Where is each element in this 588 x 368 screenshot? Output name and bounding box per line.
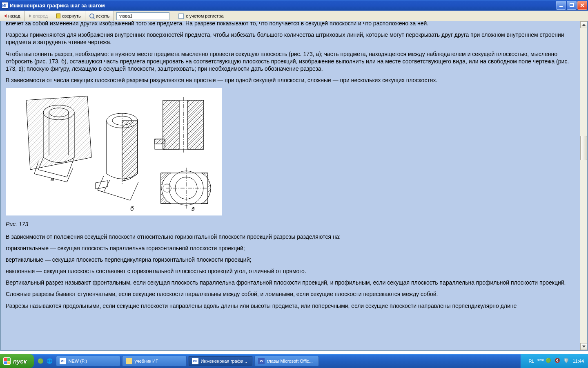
windows-logo-icon: [3, 357, 11, 365]
toolbar: назад вперед свернуть искать с учетом ре…: [0, 11, 588, 21]
taskbar-task[interactable]: ИГNEW (F:): [56, 356, 120, 366]
document-page: влечет за собой изменения других изображ…: [1, 21, 580, 350]
close-button[interactable]: [577, 1, 587, 10]
paragraph: Чтобы выполнить разрез, необходимо: в ну…: [6, 50, 575, 73]
system-tray: RL nero 🟢 🔇 🛡️ 11:44: [521, 354, 588, 368]
scroll-thumb[interactable]: [580, 136, 587, 160]
paragraph: влечет за собой изменения других изображ…: [6, 21, 575, 27]
task-icon: ИГ: [192, 358, 198, 364]
figure-label-b: б: [130, 205, 134, 212]
paragraph: В зависимости от положения секущей плоск…: [6, 233, 575, 240]
search-input[interactable]: [116, 12, 169, 20]
task-label: Инжененрная графи...: [200, 359, 247, 364]
figure-label-a: а: [51, 175, 54, 182]
maximize-button[interactable]: [567, 1, 577, 10]
svg-rect-0: [559, 6, 563, 7]
forward-button[interactable]: вперед: [25, 11, 52, 21]
case-sensitive-checkbox[interactable]: с учетом регистра: [178, 11, 223, 21]
quick-launch: 🟢 🌐: [36, 356, 53, 366]
search-label: искать: [96, 13, 109, 18]
back-label: назад: [8, 13, 20, 18]
taskbar-task[interactable]: ИГИнжененрная графи...: [188, 356, 253, 366]
taskbar: пуск 🟢 🌐 ИГNEW (F:)учебник ИГИГИнжененрн…: [0, 354, 588, 368]
task-label: главы Microsoft Offic...: [267, 359, 312, 364]
start-button[interactable]: пуск: [0, 354, 34, 368]
taskbar-task[interactable]: Wглавы Microsoft Offic...: [254, 356, 319, 366]
forward-label: вперед: [33, 13, 48, 18]
paragraph: Сложные разрезы бывают ступенчатыми, есл…: [6, 290, 575, 298]
paragraph: Разрезы называются продольными, если сек…: [6, 302, 575, 310]
arrow-right-icon: [29, 14, 31, 18]
vertical-scrollbar[interactable]: [580, 21, 587, 350]
paragraph: Вертикальный разрез называют фронтальным…: [6, 279, 575, 286]
chevron-up-icon: [582, 24, 586, 26]
figure-label-v: в: [192, 205, 195, 212]
tray-icon[interactable]: nero: [537, 358, 543, 364]
app-icon: ИГ: [2, 2, 8, 9]
svg-rect-11: [155, 139, 165, 144]
paragraph: наклонные — секущая плоскость составляет…: [6, 267, 575, 275]
figure-173: а б в: [6, 88, 222, 215]
checkbox-icon: [178, 13, 184, 19]
collapse-label: свернуть: [62, 13, 81, 18]
task-label: NEW (F:): [68, 359, 87, 364]
figure-caption: Рис. 173: [6, 220, 575, 228]
paragraph: вертикальные — секущая плоскость перпенд…: [6, 256, 575, 263]
svg-rect-9: [187, 100, 204, 149]
collapse-icon: [56, 13, 60, 18]
case-label: с учетом регистра: [186, 13, 223, 18]
svg-rect-1: [570, 3, 574, 7]
paragraph: Разрезы применяются для изображения внут…: [6, 31, 575, 46]
paragraph: горизонтальные — секущая плоскость парал…: [6, 245, 575, 252]
clock[interactable]: 11:44: [572, 359, 584, 364]
svg-rect-8: [163, 100, 179, 149]
titlebar: ИГ Инжененрная графика шаг за шагом: [0, 0, 588, 11]
search-button[interactable]: искать: [85, 11, 114, 21]
minimize-button[interactable]: [556, 1, 566, 10]
search-icon: [89, 13, 94, 18]
back-button[interactable]: назад: [0, 11, 25, 21]
tray-icon[interactable]: 🔇: [555, 358, 561, 364]
task-icon: ИГ: [60, 358, 66, 364]
task-icon: [126, 358, 132, 364]
task-icon: W: [258, 358, 265, 364]
chevron-down-icon: [582, 346, 586, 348]
language-indicator[interactable]: RL: [528, 359, 534, 364]
scroll-up-button[interactable]: [580, 21, 587, 28]
task-label: учебник ИГ: [134, 359, 158, 364]
collapse-button[interactable]: свернуть: [52, 11, 85, 21]
paragraph: В зависимости от числа секущих плоскосте…: [6, 76, 575, 84]
tray-icon[interactable]: 🛡️: [564, 358, 570, 364]
tray-icon[interactable]: 🟢: [546, 358, 552, 364]
content-viewport: влечет за собой изменения других изображ…: [0, 21, 588, 351]
start-label: пуск: [13, 358, 27, 365]
quick-launch-item[interactable]: 🟢: [36, 356, 45, 366]
scroll-down-button[interactable]: [580, 343, 587, 350]
quick-launch-item[interactable]: 🌐: [45, 356, 53, 366]
taskbar-task[interactable]: учебник ИГ: [122, 356, 187, 366]
window-title: Инжененрная графика шаг за шагом: [10, 2, 555, 9]
arrow-left-icon: [4, 14, 7, 18]
